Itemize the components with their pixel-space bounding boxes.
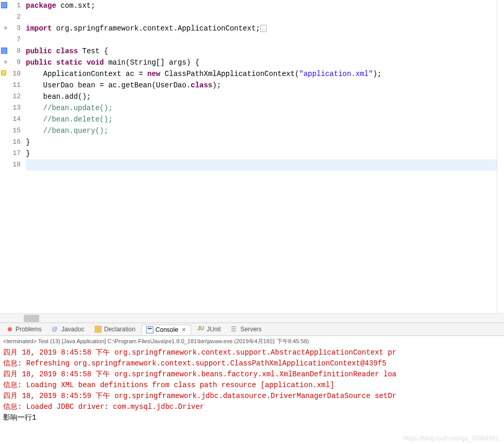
code-line[interactable]: bean.add(); (26, 91, 497, 102)
code-line[interactable]: UserDao bean = ac.getBean(UserDao.class)… (26, 80, 497, 91)
tab-label: Declaration (104, 326, 135, 333)
watermark: https://blog.csdn.net/qq_30984561 (404, 435, 499, 442)
console-stderr-line: 四月 18, 2019 8:45:58 下午 org.springframewo… (3, 347, 501, 358)
console-stderr-line: 信息: Refreshing org.springframework.conte… (3, 358, 501, 369)
line-number: 3⊕ (0, 23, 21, 34)
code-line[interactable]: ApplicationContext ac = new ClassPathXml… (26, 68, 497, 80)
line-number: 13 (0, 102, 21, 114)
close-icon[interactable]: ✕ (181, 326, 186, 333)
line-gutter: 123⊕789⊕101112131415161718 (0, 0, 24, 313)
junit-icon: JU (197, 326, 204, 333)
overview-ruler (497, 0, 504, 313)
code-area[interactable]: package com.sxt;import org.springframewo… (24, 0, 497, 313)
console-stderr-line: 四月 18, 2019 8:45:58 下午 org.springframewo… (3, 369, 501, 380)
console-status: <terminated> Test (13) [Java Application… (0, 336, 504, 346)
line-number: 8 (0, 45, 21, 57)
code-line[interactable] (26, 159, 497, 171)
line-number: 12 (0, 91, 21, 102)
line-number: 17 (0, 148, 21, 159)
warning-marker-icon (1, 70, 6, 75)
line-number: 10 (0, 68, 21, 80)
scrollbar-thumb[interactable] (24, 315, 39, 322)
console-icon (146, 326, 153, 333)
console-stderr-line: 信息: Loading XML bean definitions from cl… (3, 380, 501, 391)
declaration-icon (94, 326, 102, 333)
tab-junit[interactable]: JU JUnit (193, 325, 225, 334)
line-number: 16 (0, 136, 21, 148)
servers-icon: ☰ (231, 326, 238, 333)
javadoc-icon: @ (52, 326, 59, 333)
code-line[interactable]: //bean.update(); (26, 102, 497, 114)
tab-problems[interactable]: Problems (2, 325, 46, 334)
fold-marker-icon[interactable]: ⊕ (0, 57, 7, 68)
code-line[interactable]: //bean.query(); (26, 125, 497, 136)
line-number: 11 (0, 80, 21, 91)
code-line[interactable] (26, 34, 497, 45)
tab-servers[interactable]: ☰ Servers (227, 325, 265, 334)
line-number: 1 (0, 0, 21, 11)
views-tab-bar: Problems @ Javadoc Declaration Console ✕… (0, 323, 504, 336)
code-line[interactable] (26, 11, 497, 23)
line-number: 14 (0, 114, 21, 125)
folded-code-icon[interactable]: … (260, 25, 267, 32)
line-number: 15 (0, 125, 21, 136)
line-number: 7 (0, 34, 21, 45)
tab-label: Javadoc (61, 326, 85, 333)
console-output[interactable]: 四月 18, 2019 8:45:58 下午 org.springframewo… (0, 346, 504, 444)
console-stdout-line: 影响一行1 (3, 412, 501, 423)
code-line[interactable]: package com.sxt; (26, 0, 497, 11)
console-stderr-line: 四月 18, 2019 8:45:59 下午 org.springframewo… (3, 391, 501, 402)
code-line[interactable]: } (26, 136, 497, 148)
console-stderr-line: 信息: Loaded JDBC driver: com.mysql.jdbc.D… (3, 402, 501, 412)
tab-console[interactable]: Console ✕ (141, 325, 191, 335)
console-status-text: <terminated> Test (13) [Java Application… (3, 338, 309, 345)
fold-marker-icon[interactable]: ⊕ (0, 23, 7, 34)
line-number: 9⊕ (0, 57, 21, 68)
code-line[interactable]: //bean.delete(); (26, 114, 497, 125)
tab-javadoc[interactable]: @ Javadoc (48, 325, 89, 334)
tab-label: Servers (240, 326, 261, 333)
breakpoint-marker-icon (1, 48, 7, 54)
tab-declaration[interactable]: Declaration (90, 325, 139, 334)
code-line[interactable]: } (26, 148, 497, 159)
code-editor[interactable]: 123⊕789⊕101112131415161718 package com.s… (0, 0, 504, 313)
tab-label: Console (155, 326, 178, 333)
code-line[interactable]: public class Test { (26, 45, 497, 57)
line-number: 18 (0, 159, 21, 171)
problems-icon (6, 326, 13, 333)
tab-label: Problems (15, 326, 42, 333)
breakpoint-marker-icon (1, 2, 7, 8)
line-number: 2 (0, 11, 21, 23)
horizontal-scrollbar[interactable] (0, 313, 504, 323)
code-line[interactable]: public static void main(String[] args) { (26, 57, 497, 68)
code-line[interactable]: import org.springframework.context.Appli… (26, 23, 497, 34)
tab-label: JUnit (207, 326, 220, 333)
